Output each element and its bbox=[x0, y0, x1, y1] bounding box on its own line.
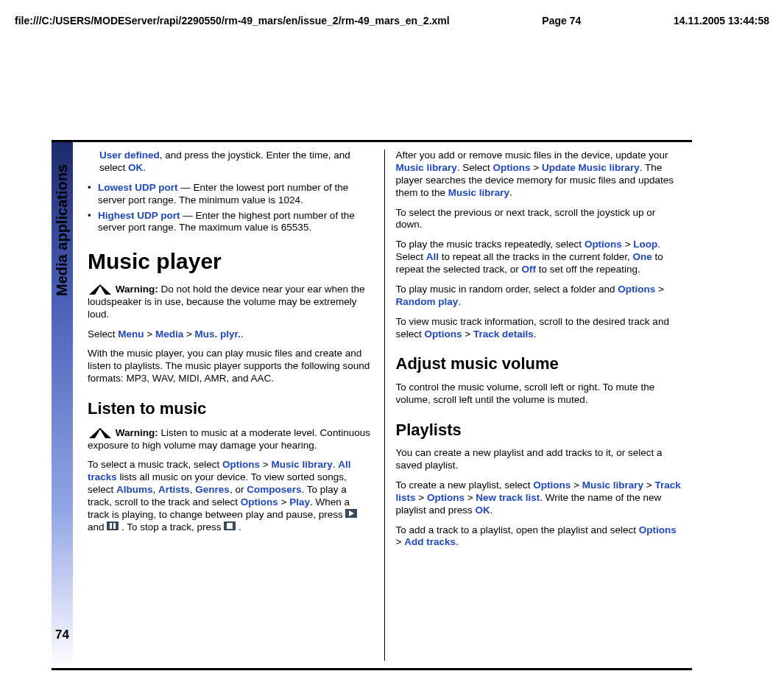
heading-music-player: Music player bbox=[88, 247, 373, 275]
svg-rect-5 bbox=[227, 523, 233, 529]
link-options: Options bbox=[222, 459, 260, 470]
link-one: One bbox=[632, 251, 651, 262]
sidebar: Media applications 74 bbox=[52, 142, 73, 668]
pause-button-icon bbox=[107, 521, 119, 534]
warning-label: Warning: bbox=[116, 283, 158, 294]
section-title-vertical: Media applications bbox=[54, 164, 71, 296]
text: . To stop a track, press bbox=[119, 521, 224, 533]
text: . bbox=[241, 329, 244, 340]
paragraph-select-menu: Select Menu > Media > Mus. plyr.. bbox=[88, 329, 373, 341]
paragraph-track-details: To view music track information, scroll … bbox=[396, 316, 682, 341]
text: . bbox=[143, 162, 146, 173]
link-user-defined: User defined bbox=[99, 150, 160, 161]
paragraph-select-track: To select a music track, select Options … bbox=[88, 459, 373, 533]
link-genres: Genres bbox=[195, 484, 230, 495]
link-media: Media bbox=[155, 329, 183, 340]
text: To play the music tracks repeatedly, sel… bbox=[396, 239, 585, 250]
link-add-tracks: Add tracks bbox=[404, 536, 456, 547]
text: To create a new playlist, select bbox=[396, 480, 534, 491]
paragraph-prev-next: To select the previous or next track, sc… bbox=[396, 207, 682, 232]
link-play: Play bbox=[289, 496, 310, 507]
link-options: Options bbox=[493, 162, 531, 173]
link-options: Options bbox=[618, 284, 655, 295]
text: > bbox=[183, 329, 194, 340]
text: > bbox=[571, 480, 582, 491]
text: > bbox=[278, 496, 289, 507]
link-ok: OK bbox=[476, 505, 490, 516]
paragraph-add-tracks: To add a track to a playlist, open the p… bbox=[396, 524, 682, 549]
stop-button-icon bbox=[224, 521, 236, 534]
link-options: Options bbox=[533, 480, 571, 491]
link-options-2: Options bbox=[241, 496, 278, 507]
page-frame: Media applications 74 User defined, and … bbox=[52, 140, 692, 670]
link-new-track-list: New track list bbox=[476, 492, 540, 503]
text: , or bbox=[230, 484, 247, 495]
svg-rect-3 bbox=[113, 523, 116, 529]
bullet-highest-udp: • Highest UDP port — Enter the highest p… bbox=[88, 210, 373, 235]
bullet-text: Lowest UDP port — Enter the lowest port … bbox=[98, 182, 373, 207]
left-column: User defined, and press the joystick. En… bbox=[88, 150, 384, 661]
page-number: 74 bbox=[55, 628, 69, 642]
link-artists: Artists bbox=[158, 484, 190, 495]
link-random-play: Random play bbox=[396, 296, 459, 307]
link-options: Options bbox=[639, 524, 677, 535]
link-music-library: Music library bbox=[582, 480, 643, 491]
text: Select bbox=[88, 329, 118, 340]
text: > bbox=[416, 492, 427, 503]
bullet-dot-icon: • bbox=[88, 210, 98, 235]
link-lowest-udp-port: Lowest UDP port bbox=[98, 182, 178, 193]
text: > bbox=[465, 492, 476, 503]
bullet-text: Highest UDP port — Enter the highest por… bbox=[98, 210, 373, 235]
paragraph-loop: To play the music tracks repeatedly, sel… bbox=[396, 239, 682, 276]
header-file-path: file:///C:/USERS/MODEServer/rapi/2290550… bbox=[15, 15, 450, 27]
text: to set off the repeating. bbox=[536, 264, 640, 275]
right-column: After you add or remove music files in t… bbox=[396, 150, 693, 661]
warning-block-2: Warning: Listen to music at a moderate l… bbox=[88, 426, 373, 452]
text: > bbox=[655, 284, 664, 295]
text: . bbox=[509, 187, 512, 198]
paragraph-volume: To control the music volume, scroll left… bbox=[396, 382, 682, 407]
link-update-music-library: Update Music library bbox=[542, 162, 640, 173]
link-highest-udp-port: Highest UDP port bbox=[98, 210, 180, 221]
text: > bbox=[462, 329, 473, 340]
text: To add a track to a playlist, open the p… bbox=[396, 524, 639, 535]
bullet-lowest-udp: • Lowest UDP port — Enter the lowest por… bbox=[88, 182, 373, 207]
column-divider bbox=[384, 150, 385, 661]
link-menu: Menu bbox=[118, 329, 144, 340]
warning-label: Warning: bbox=[116, 426, 158, 438]
link-albums: Albums bbox=[116, 484, 153, 495]
text: . bbox=[236, 521, 241, 533]
svg-rect-1 bbox=[107, 521, 119, 530]
heading-playlists: Playlists bbox=[396, 420, 682, 440]
link-mus-plyr: Mus. plyr. bbox=[195, 329, 241, 340]
warning-icon bbox=[88, 426, 113, 440]
text: > bbox=[643, 480, 654, 491]
text: > bbox=[144, 329, 155, 340]
document-header: file:///C:/USERS/MODEServer/rapi/2290550… bbox=[15, 15, 769, 27]
link-ok: OK bbox=[128, 162, 143, 173]
paragraph-random: To play music in random order, select a … bbox=[396, 284, 682, 309]
link-track-details: Track details bbox=[473, 329, 534, 340]
header-datetime: 14.11.2005 13:44:58 bbox=[674, 15, 769, 27]
play-button-icon bbox=[345, 509, 357, 521]
link-music-library: Music library bbox=[396, 162, 457, 173]
text: and bbox=[88, 521, 107, 533]
text: , bbox=[153, 484, 159, 495]
link-options: Options bbox=[425, 329, 462, 340]
paragraph-intro-continued: User defined, and press the joystick. En… bbox=[88, 150, 373, 175]
text: . bbox=[458, 296, 461, 307]
heading-listen-to-music: Listen to music bbox=[88, 398, 373, 419]
paragraph-playlists-intro: You can create a new playlist and add tr… bbox=[396, 447, 682, 472]
warning-block-1: Warning: Do not hold the device near you… bbox=[88, 283, 373, 321]
text: > bbox=[396, 536, 405, 547]
link-off: Off bbox=[522, 264, 537, 275]
link-loop: Loop bbox=[633, 239, 657, 250]
link-all: All bbox=[426, 251, 439, 262]
text: to repeat all the tracks in the current … bbox=[439, 251, 632, 262]
paragraph-update-library: After you add or remove music files in t… bbox=[396, 150, 682, 200]
link-music-library-2: Music library bbox=[448, 187, 509, 198]
warning-icon bbox=[88, 283, 113, 296]
header-page: Page 74 bbox=[542, 15, 581, 27]
text: > bbox=[260, 459, 271, 470]
link-composers: Composers bbox=[247, 484, 301, 495]
